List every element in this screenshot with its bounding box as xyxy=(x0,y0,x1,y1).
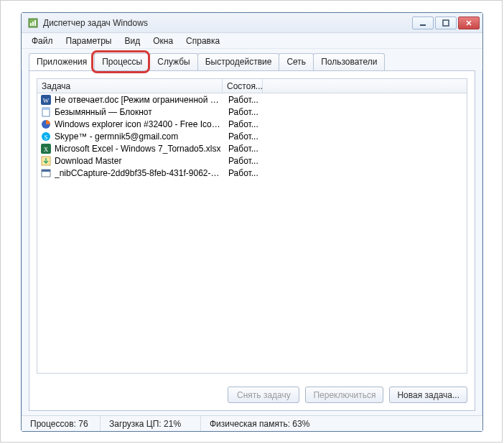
tab-users[interactable]: Пользователи xyxy=(313,53,385,70)
status-cpu: Загрузка ЦП: 21% xyxy=(101,416,201,431)
table-row[interactable]: XMicrosoft Excel - Windows 7_Tornado5.xl… xyxy=(37,142,467,154)
button-row: Снять задачу Переключиться Новая задача.… xyxy=(29,381,475,410)
statusbar: Процессов: 76 Загрузка ЦП: 21% Физическа… xyxy=(22,415,482,431)
task-name: Microsoft Excel - Windows 7_Tornado5.xls… xyxy=(55,144,224,154)
svg-text:S: S xyxy=(44,134,47,141)
svg-rect-4 xyxy=(420,24,426,26)
capture-icon xyxy=(40,167,52,179)
task-status: Работ... xyxy=(224,156,264,166)
tab-networking[interactable]: Сеть xyxy=(279,53,314,70)
task-name: Windows explorer icon #32400 - Free Icon… xyxy=(55,119,224,129)
task-status: Работ... xyxy=(224,107,264,117)
task-status: Работ... xyxy=(224,144,264,154)
menubar: Файл Параметры Вид Окна Справка xyxy=(22,33,482,49)
task-name: Skype™ - germnik5@gmail.com xyxy=(55,131,224,142)
menu-windows[interactable]: Окна xyxy=(147,34,179,47)
tab-performance[interactable]: Быстродействие xyxy=(197,53,280,70)
skype-icon: S xyxy=(40,131,52,142)
task-status: Работ... xyxy=(224,119,264,129)
switch-to-button[interactable]: Переключиться xyxy=(305,387,383,403)
new-task-button[interactable]: Новая задача... xyxy=(389,387,467,403)
task-name: Безымянный — Блокнот xyxy=(55,107,224,117)
svg-rect-2 xyxy=(32,22,34,26)
table-row[interactable]: _nibCCapture-2dd9bf35-8feb-431f-9062-68e… xyxy=(37,167,467,179)
minimize-button[interactable] xyxy=(412,17,434,29)
column-status[interactable]: Состоя... xyxy=(223,79,263,93)
applications-list[interactable]: Задача Состоя... WНе отвечает.doc [Режим… xyxy=(37,78,467,374)
end-task-button[interactable]: Снять задачу xyxy=(228,387,299,403)
menu-view[interactable]: Вид xyxy=(118,34,146,47)
table-row[interactable]: Download MasterРабот... xyxy=(37,154,467,167)
list-body[interactable]: WНе отвечает.doc [Режим ограниченной фун… xyxy=(37,93,467,373)
svg-text:W: W xyxy=(43,97,50,104)
svg-rect-9 xyxy=(42,108,50,110)
task-name: Download Master xyxy=(55,156,224,166)
menu-options[interactable]: Параметры xyxy=(60,34,118,47)
task-manager-icon xyxy=(27,17,39,29)
svg-rect-3 xyxy=(34,20,36,26)
task-name: _nibCCapture-2dd9bf35-8feb-431f-9062-68e… xyxy=(55,168,224,178)
table-row[interactable]: Безымянный — БлокнотРабот... xyxy=(37,106,467,118)
task-status: Работ... xyxy=(224,168,264,178)
task-manager-window: Диспетчер задач Windows Файл Параметры В… xyxy=(21,12,483,432)
status-memory: Физическая память: 63% xyxy=(201,416,482,431)
table-row[interactable]: WНе отвечает.doc [Режим ограниченной фун… xyxy=(37,93,467,106)
word-icon: W xyxy=(40,94,52,106)
close-button[interactable] xyxy=(458,17,480,29)
task-name: Не отвечает.doc [Режим ограниченной функ… xyxy=(55,95,224,105)
menu-help[interactable]: Справка xyxy=(180,34,225,47)
tab-processes[interactable]: Процессы xyxy=(94,53,150,70)
status-processes: Процессов: 76 xyxy=(22,416,101,431)
tab-applications[interactable]: Приложения xyxy=(29,53,95,70)
dm-icon xyxy=(40,155,52,167)
table-row[interactable]: SSkype™ - germnik5@gmail.comРабот... xyxy=(37,130,467,142)
excel-icon: X xyxy=(40,143,52,154)
list-header[interactable]: Задача Состоя... xyxy=(37,79,467,93)
svg-text:X: X xyxy=(44,146,49,153)
task-status: Работ... xyxy=(224,95,264,105)
task-status: Работ... xyxy=(224,131,264,142)
tab-services[interactable]: Службы xyxy=(149,53,197,70)
table-row[interactable]: Windows explorer icon #32400 - Free Icon… xyxy=(37,118,467,130)
svg-rect-17 xyxy=(42,170,50,172)
titlebar[interactable]: Диспетчер задач Windows xyxy=(22,13,482,33)
maximize-button[interactable] xyxy=(435,17,457,29)
notepad-icon xyxy=(40,106,52,118)
applications-panel: Задача Состоя... WНе отвечает.doc [Режим… xyxy=(29,70,475,411)
menu-file[interactable]: Файл xyxy=(26,34,59,47)
window-title: Диспетчер задач Windows xyxy=(43,18,412,28)
column-task[interactable]: Задача xyxy=(37,79,223,93)
firefox-icon xyxy=(40,119,52,130)
tabbar: Приложения Процессы Службы Быстродействи… xyxy=(22,49,482,70)
svg-rect-5 xyxy=(443,20,449,26)
svg-rect-1 xyxy=(30,23,32,26)
